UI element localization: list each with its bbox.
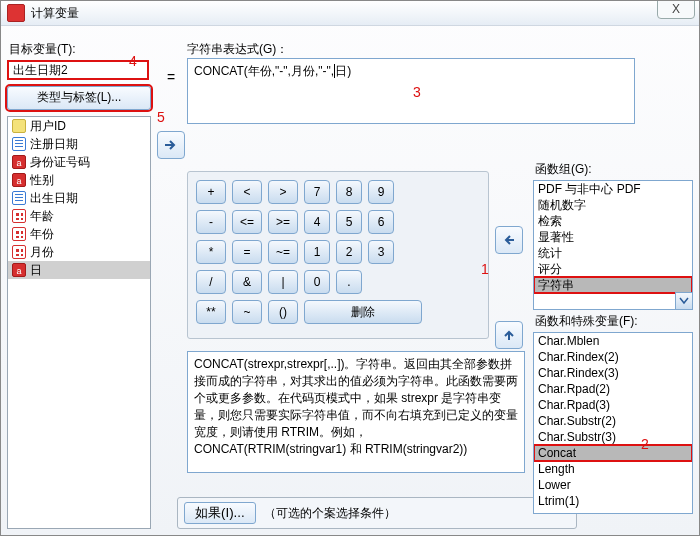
keypad->[interactable]: > bbox=[268, 180, 298, 204]
target-variable-input[interactable] bbox=[7, 60, 149, 80]
titlebar: 计算变量 X bbox=[1, 1, 699, 26]
variable-item-6[interactable]: 年份 bbox=[8, 225, 150, 243]
keypad-()[interactable]: () bbox=[268, 300, 298, 324]
function-group-item[interactable]: PDF 与非中心 PDF bbox=[534, 181, 692, 197]
function-special-item[interactable]: Char.Substr(3) bbox=[534, 429, 692, 445]
dropdown-arrow-icon[interactable] bbox=[675, 292, 692, 309]
keypad-*[interactable]: * bbox=[196, 240, 226, 264]
keypad-|[interactable]: | bbox=[268, 270, 298, 294]
function-group-item[interactable]: 评分 bbox=[534, 261, 692, 277]
keypad-~=[interactable]: ~= bbox=[268, 240, 298, 264]
variable-item-label: 用户ID bbox=[30, 117, 66, 135]
keypad-~[interactable]: ~ bbox=[232, 300, 262, 324]
string-type-icon bbox=[12, 155, 26, 169]
variable-list[interactable]: 用户ID注册日期身份证号码性别出生日期年龄年份月份日 bbox=[7, 116, 151, 529]
variable-item-label: 性别 bbox=[30, 171, 54, 189]
keypad-/[interactable]: / bbox=[196, 270, 226, 294]
keypad-2[interactable]: 2 bbox=[336, 240, 362, 264]
function-special-label: 函数和特殊变量(F): bbox=[535, 313, 691, 330]
function-special-item[interactable]: Ltrim(1) bbox=[534, 493, 692, 509]
function-special-item[interactable]: Char.Rpad(3) bbox=[534, 397, 692, 413]
function-special-item[interactable]: Char.Mblen bbox=[534, 333, 692, 349]
function-group-item[interactable]: 统计 bbox=[534, 245, 692, 261]
keypad-9[interactable]: 9 bbox=[368, 180, 394, 204]
function-special-item[interactable]: Lower bbox=[534, 477, 692, 493]
keypad->=[interactable]: >= bbox=[268, 210, 298, 234]
string-type-icon bbox=[12, 173, 26, 187]
keypad-5[interactable]: 5 bbox=[336, 210, 362, 234]
function-description: CONCAT(strexpr,strexpr[,..])。字符串。返回由其全部参… bbox=[187, 351, 525, 473]
scale-type-icon bbox=[12, 119, 26, 133]
keypad-1[interactable]: 1 bbox=[304, 240, 330, 264]
function-special-item[interactable]: Char.Rindex(2) bbox=[534, 349, 692, 365]
close-button[interactable]: X bbox=[657, 0, 695, 19]
variable-item-4[interactable]: 出生日期 bbox=[8, 189, 150, 207]
insert-special-button[interactable] bbox=[495, 321, 523, 349]
function-special-item[interactable]: Char.Rpad(2) bbox=[534, 381, 692, 397]
variable-item-label: 月份 bbox=[30, 243, 54, 261]
function-group-item[interactable]: 显著性 bbox=[534, 229, 692, 245]
keypad-7[interactable]: 7 bbox=[304, 180, 330, 204]
keypad-<=[interactable]: <= bbox=[232, 210, 262, 234]
variable-item-label: 出生日期 bbox=[30, 189, 78, 207]
function-special-panel: 函数和特殊变量(F): Char.MblenChar.Rindex(2)Char… bbox=[533, 313, 693, 514]
arrow-right-icon bbox=[164, 139, 178, 151]
function-group-item[interactable]: 检索 bbox=[534, 213, 692, 229]
keypad-&[interactable]: & bbox=[232, 270, 262, 294]
function-group-item[interactable]: 随机数字 bbox=[534, 197, 692, 213]
variable-item-0[interactable]: 用户ID bbox=[8, 117, 150, 135]
keypad-8[interactable]: 8 bbox=[336, 180, 362, 204]
function-group-list[interactable]: PDF 与非中心 PDF随机数字检索显著性统计评分字符串 bbox=[533, 180, 693, 310]
function-group-label: 函数组(G): bbox=[535, 161, 691, 178]
variable-item-label: 年份 bbox=[30, 225, 54, 243]
variable-item-label: 年龄 bbox=[30, 207, 54, 225]
move-variable-right-button[interactable] bbox=[157, 131, 185, 159]
string-type-icon bbox=[12, 263, 26, 277]
keypad-.[interactable]: . bbox=[336, 270, 362, 294]
variable-item-1[interactable]: 注册日期 bbox=[8, 135, 150, 153]
app-icon bbox=[7, 4, 25, 22]
target-variable-label: 目标变量(T): bbox=[9, 41, 165, 58]
expression-label: 字符串表达式(G)： bbox=[187, 41, 693, 58]
if-button[interactable]: 如果(I)... bbox=[184, 502, 256, 524]
keypad-3[interactable]: 3 bbox=[368, 240, 394, 264]
left-column: 目标变量(T): 类型与标签(L)... 用户ID注册日期身份证号码性别出生日期… bbox=[7, 31, 167, 529]
function-group-item[interactable]: 字符串 bbox=[534, 277, 692, 293]
function-special-item[interactable]: Length bbox=[534, 461, 692, 477]
expression-text-after: 日) bbox=[335, 64, 351, 78]
date-type-icon bbox=[12, 137, 26, 151]
keypad-delete[interactable]: 删除 bbox=[304, 300, 422, 324]
variable-item-label: 身份证号码 bbox=[30, 153, 90, 171]
keypad-**[interactable]: ** bbox=[196, 300, 226, 324]
keypad: +<>789-<=>=456*=~=123/&|0.**~()删除 bbox=[187, 171, 489, 339]
nominal-type-icon bbox=[12, 209, 26, 223]
variable-item-8[interactable]: 日 bbox=[8, 261, 150, 279]
variable-item-label: 注册日期 bbox=[30, 135, 78, 153]
keypad-6[interactable]: 6 bbox=[368, 210, 394, 234]
variable-item-label: 日 bbox=[30, 261, 42, 279]
function-special-list[interactable]: Char.MblenChar.Rindex(2)Char.Rindex(3)Ch… bbox=[533, 332, 693, 514]
expression-textarea[interactable]: CONCAT(年份,"-",月份,"-",日) bbox=[187, 58, 635, 124]
if-condition-row: 如果(I)... （可选的个案选择条件） bbox=[177, 497, 577, 529]
function-group-panel: 函数组(G): PDF 与非中心 PDF随机数字检索显著性统计评分字符串 bbox=[533, 161, 693, 310]
variable-item-5[interactable]: 年龄 bbox=[8, 207, 150, 225]
compute-variable-dialog: 计算变量 X 目标变量(T): 类型与标签(L)... 用户ID注册日期身份证号… bbox=[0, 0, 700, 536]
variable-item-7[interactable]: 月份 bbox=[8, 243, 150, 261]
equals-label: = bbox=[167, 69, 175, 85]
if-hint: （可选的个案选择条件） bbox=[264, 505, 396, 522]
function-special-item[interactable]: Concat bbox=[534, 445, 692, 461]
window-title: 计算变量 bbox=[31, 5, 79, 22]
keypad-=[interactable]: = bbox=[232, 240, 262, 264]
variable-item-2[interactable]: 身份证号码 bbox=[8, 153, 150, 171]
content: 目标变量(T): 类型与标签(L)... 用户ID注册日期身份证号码性别出生日期… bbox=[7, 31, 693, 529]
keypad--[interactable]: - bbox=[196, 210, 226, 234]
variable-item-3[interactable]: 性别 bbox=[8, 171, 150, 189]
insert-function-button[interactable] bbox=[495, 226, 523, 254]
type-and-label-button[interactable]: 类型与标签(L)... bbox=[7, 86, 151, 110]
keypad-<[interactable]: < bbox=[232, 180, 262, 204]
keypad-4[interactable]: 4 bbox=[304, 210, 330, 234]
function-special-item[interactable]: Char.Rindex(3) bbox=[534, 365, 692, 381]
keypad-0[interactable]: 0 bbox=[304, 270, 330, 294]
keypad-+[interactable]: + bbox=[196, 180, 226, 204]
function-special-item[interactable]: Char.Substr(2) bbox=[534, 413, 692, 429]
